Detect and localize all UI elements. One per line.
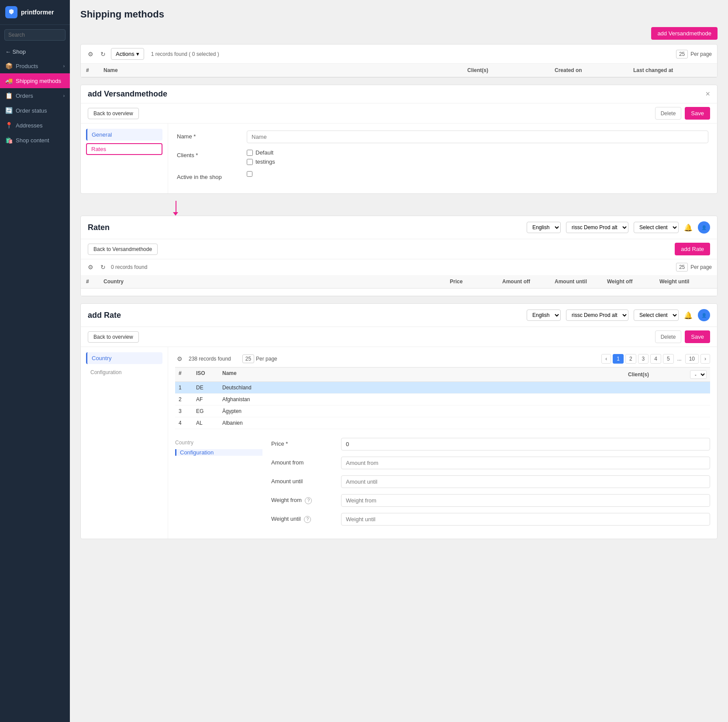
raten-settings-icon[interactable]: ⚙ <box>86 263 95 272</box>
per-page-value[interactable]: 25 <box>676 50 688 58</box>
raten-language-select[interactable]: English <box>527 222 561 233</box>
add-rate-button[interactable]: add Rate <box>675 243 710 255</box>
add-rate-panel: add Rate English rissc Demo Prod alt Sel… <box>80 303 718 539</box>
form-row-clients: Clients * Default testings <box>177 149 708 165</box>
sidebar-item-order-status[interactable]: 🔄 Order status <box>0 103 70 118</box>
sidebar-item-shipping[interactable]: 🚚 Shipping methods <box>0 73 70 88</box>
client-testings-checkbox[interactable] <box>247 159 253 165</box>
page-2-button[interactable]: 2 <box>625 354 636 364</box>
user-avatar[interactable]: 👤 <box>698 221 710 234</box>
raten-title: Raten <box>88 223 110 232</box>
add-rate-language-select[interactable]: English <box>527 309 561 321</box>
page-3-button[interactable]: 3 <box>638 354 649 364</box>
raten-per-page-label: Per page <box>690 264 712 270</box>
country-row-4-clients <box>628 420 707 426</box>
country-row-2[interactable]: 2 AF Afghanistan <box>175 394 710 406</box>
sidebar-item-addresses-label: Addresses <box>16 122 42 129</box>
add-rate-bell-icon[interactable]: 🔔 <box>684 311 693 320</box>
add-rate-client-select[interactable]: rissc Demo Prod alt <box>566 309 628 321</box>
country-client-filter[interactable]: - <box>690 370 707 379</box>
sidebar-item-shop-content[interactable]: 🛍️ Shop content <box>0 133 70 148</box>
raten-col-amount-off: Amount off <box>502 278 555 285</box>
back-to-overview-button[interactable]: Back to overview <box>88 108 139 119</box>
delete-rate-button[interactable]: Delete <box>655 330 682 343</box>
raten-col-weight-until: Weight until <box>659 278 712 285</box>
weight-from-help-icon[interactable]: ? <box>305 497 312 504</box>
country-per-page-value[interactable]: 25 <box>242 354 254 363</box>
actions-dropdown[interactable]: Actions ▾ <box>111 48 144 60</box>
versandmethode-form-body: General Rates Name * Clients * Default <box>81 124 717 193</box>
per-page-label: Per page <box>690 51 712 57</box>
next-page-button[interactable]: › <box>700 354 710 364</box>
name-input[interactable] <box>247 131 708 143</box>
country-row-2-clients <box>628 396 707 402</box>
form-row-weight-until: Weight until ? <box>271 513 710 526</box>
back-to-versandmethode-button[interactable]: Back to Versandmethode <box>88 244 158 255</box>
form-sidebar-general[interactable]: General <box>86 129 162 141</box>
form-sidebar-rates[interactable]: Rates <box>86 143 162 155</box>
country-row-4[interactable]: 4 AL Albanien <box>175 417 710 429</box>
raten-panel: Raten English rissc Demo Prod alt Select… <box>80 216 718 296</box>
country-settings-icon[interactable]: ⚙ <box>175 354 184 363</box>
sidebar-search-container <box>0 25 70 45</box>
sidebar-item-products[interactable]: 📦 Products › <box>0 58 70 73</box>
amount-from-input[interactable] <box>341 457 710 469</box>
arrow-indicator <box>80 201 718 214</box>
close-versandmethode-button[interactable]: × <box>705 89 710 99</box>
country-col-num: # <box>179 370 196 379</box>
add-rate-select-client[interactable]: Select client <box>634 309 679 321</box>
page-10-button[interactable]: 10 <box>685 354 699 364</box>
save-rate-button[interactable]: Save <box>685 330 710 343</box>
add-versandmethode-panel: add Versandmethode × Back to overview De… <box>80 85 718 194</box>
settings-icon[interactable]: ⚙ <box>86 50 95 58</box>
search-input[interactable] <box>4 29 66 41</box>
country-row-3[interactable]: 3 EG Ägypten <box>175 406 710 417</box>
country-row-2-iso: AF <box>196 396 222 402</box>
client-testings-label: testings <box>255 158 275 165</box>
col-created: Created on <box>555 67 633 73</box>
weight-until-label: Weight until ? <box>271 513 332 523</box>
sidebar-logo: printformer <box>0 0 70 25</box>
delete-versandmethode-button[interactable]: Delete <box>655 107 682 120</box>
config-section-label[interactable]: Configuration <box>175 449 262 456</box>
save-versandmethode-button[interactable]: Save <box>685 107 710 120</box>
shop-back-link[interactable]: ← Shop <box>0 45 70 58</box>
add-rate-sidebar-config[interactable]: Configuration <box>86 367 162 378</box>
sidebar-item-products-label: Products <box>16 63 38 69</box>
sidebar-item-orders[interactable]: 📋 Orders › <box>0 88 70 103</box>
price-input[interactable] <box>341 438 710 450</box>
list-panel-header: ⚙ ↻ Actions ▾ 1 records found ( 0 select… <box>81 45 717 64</box>
amount-until-input[interactable] <box>341 475 710 488</box>
refresh-icon[interactable]: ↻ <box>99 50 107 58</box>
logo-text: printformer <box>21 9 54 16</box>
country-row-1-num: 1 <box>179 385 196 391</box>
versandmethode-form-sidebar: General Rates <box>81 124 168 193</box>
weight-until-input[interactable] <box>341 513 710 526</box>
prev-page-button[interactable]: ‹ <box>601 354 611 364</box>
raten-refresh-icon[interactable]: ↻ <box>99 263 107 272</box>
add-rate-user-avatar[interactable]: 👤 <box>698 309 710 321</box>
page-5-button[interactable]: 5 <box>663 354 674 364</box>
bell-icon[interactable]: 🔔 <box>684 223 693 232</box>
client-default-checkbox[interactable] <box>247 150 253 156</box>
name-field-label: Name * <box>177 131 238 140</box>
page-1-button[interactable]: 1 <box>613 354 624 364</box>
country-col-name: Name <box>222 370 628 379</box>
config-labels: Country Configuration <box>175 438 262 532</box>
weight-from-input[interactable] <box>341 494 710 507</box>
raten-select-client[interactable]: Select client <box>634 222 679 233</box>
active-checkbox[interactable] <box>247 171 252 177</box>
raten-client-select[interactable]: rissc Demo Prod alt <box>566 222 628 233</box>
country-col-clients-label: Client(s) <box>628 371 649 378</box>
country-row-3-name: Ägypten <box>222 408 628 414</box>
country-row-1[interactable]: 1 DE Deutschland <box>175 382 710 394</box>
page-4-button[interactable]: 4 <box>650 354 661 364</box>
raten-controls: English rissc Demo Prod alt Select clien… <box>527 221 710 234</box>
add-versandmethode-button[interactable]: add Versandmethode <box>651 27 718 40</box>
sidebar-item-addresses[interactable]: 📍 Addresses <box>0 118 70 133</box>
active-field-label: Active in the shop <box>177 171 238 180</box>
add-rate-back-button[interactable]: Back to overview <box>88 331 139 343</box>
weight-until-help-icon[interactable]: ? <box>304 516 311 523</box>
add-rate-sidebar-country[interactable]: Country <box>86 352 162 364</box>
raten-per-page-value[interactable]: 25 <box>676 263 688 272</box>
